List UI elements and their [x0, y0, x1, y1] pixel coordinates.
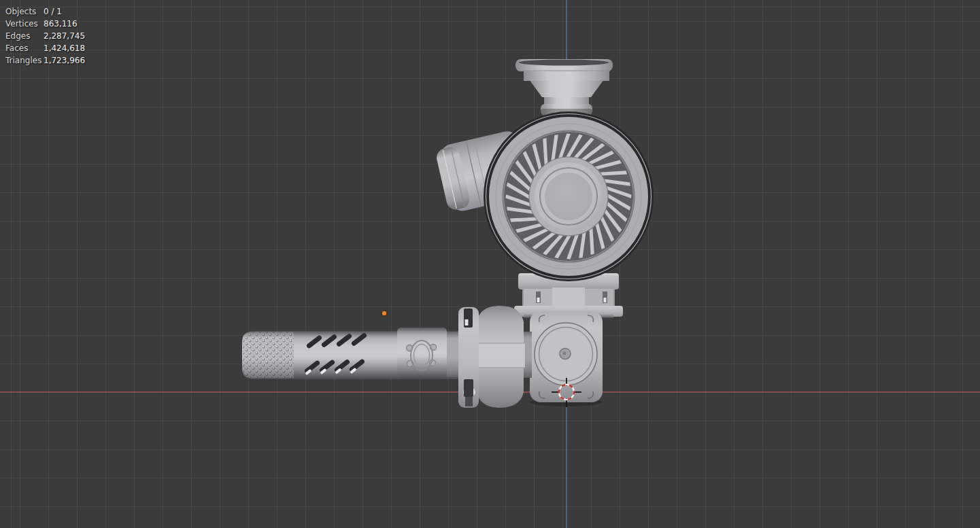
- stats-label: Vertices: [5, 18, 44, 30]
- stats-row-edges: Edges 2,287,745: [5, 30, 85, 42]
- stats-overlay: Objects 0 / 1 Vertices 863,116 Edges 2,2…: [5, 5, 85, 67]
- stats-label: Objects: [5, 5, 44, 18]
- stats-row-triangles: Triangles 1,723,966: [5, 54, 85, 67]
- stats-value: 0 / 1: [44, 5, 62, 18]
- stats-value: 2,287,745: [44, 30, 85, 42]
- stats-row-faces: Faces 1,424,618: [5, 42, 85, 54]
- stats-row-vertices: Vertices 863,116: [5, 18, 85, 30]
- turbine-fan[interactable]: [484, 111, 654, 281]
- viewport-3d[interactable]: Objects 0 / 1 Vertices 863,116 Edges 2,2…: [0, 0, 980, 528]
- mount-block[interactable]: [397, 328, 447, 379]
- model-turbine-assembly[interactable]: [242, 59, 654, 408]
- stats-label: Triangles: [5, 54, 44, 67]
- elbow-block[interactable]: [529, 311, 603, 406]
- intake-funnel[interactable]: [516, 59, 613, 116]
- stats-row-objects: Objects 0 / 1: [5, 5, 85, 18]
- stats-value: 863,116: [44, 18, 78, 30]
- barrel-flange-plate[interactable]: [458, 307, 479, 408]
- scene-svg: [0, 0, 980, 528]
- object-origin-icon[interactable]: [382, 311, 387, 316]
- stats-value: 1,424,618: [44, 42, 85, 54]
- stats-value: 1,723,966: [44, 54, 85, 67]
- stats-label: Edges: [5, 30, 44, 42]
- muzzle-bell[interactable]: [475, 306, 532, 408]
- barrel-silencer[interactable]: [242, 328, 462, 379]
- stats-label: Faces: [5, 42, 44, 54]
